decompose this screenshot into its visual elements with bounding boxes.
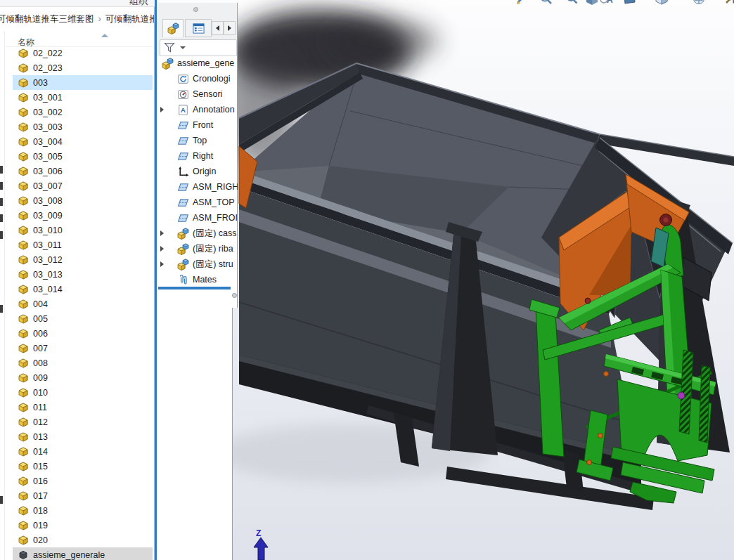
file-name: 03_010 [33,226,63,235]
tree-item-asm-froi[interactable]: ASM_FROI [157,210,238,226]
file-row-017[interactable]: 017 [13,488,153,503]
plane-icon [177,197,189,209]
file-row-03_009[interactable]: 03_009 [13,208,153,223]
file-row-013[interactable]: 013 [13,429,153,444]
file-row-012[interactable]: 012 [13,415,153,429]
tree-item-label: (固定) cass [193,228,237,240]
tree-item-annotation[interactable]: AAnnotation [157,102,238,117]
file-row-03_011[interactable]: 03_011 [13,237,153,252]
file-row-assieme_generale[interactable]: assieme_generale [13,547,153,560]
tree-item-asm-top[interactable]: ASM_TOP [157,195,238,210]
file-row-03_008[interactable]: 03_008 [13,193,153,208]
tree-item-right[interactable]: Right [157,148,238,164]
origin-icon [177,166,189,178]
file-name: 012 [33,417,48,427]
file-row-015[interactable]: 015 [13,459,153,474]
file-row-008[interactable]: 008 [13,356,153,370]
tree-item-asm-righ[interactable]: ASM_RIGH [157,179,238,195]
part-icon [18,313,29,325]
assembly-icon [162,58,174,70]
file-row-03_006[interactable]: 03_006 [13,164,153,178]
part-icon [18,358,29,369]
file-row-03_007[interactable]: 03_007 [13,178,153,193]
part-icon [18,63,29,74]
file-name: 015 [33,462,48,471]
file-name: 03_005 [33,152,63,162]
part-icon [18,520,29,531]
file-name: 014 [33,447,48,457]
part-icon [18,446,29,457]
tree-item-mates[interactable]: Mates [157,272,238,287]
tree-splitter-bar[interactable] [158,287,231,289]
file-row-03_002[interactable]: 03_002 [13,105,153,119]
part-icon [18,166,29,177]
zoom-fit-icon[interactable] [539,0,554,6]
graphics-viewport[interactable]: Z [233,0,734,560]
file-row-03_010[interactable]: 03_010 [13,223,153,237]
tree-item-cronologi[interactable]: Cronologi [157,71,238,86]
file-row-016[interactable]: 016 [13,474,153,488]
file-row-02_023[interactable]: 02_023 [13,60,153,75]
section-view-icon[interactable] [584,0,600,6]
file-row-03_014[interactable]: 03_014 [13,282,153,297]
edit-sketch-icon[interactable] [514,0,529,6]
file-name: 019 [33,521,48,530]
file-row-020[interactable]: 020 [13,533,153,547]
tree-item-label: Top [193,136,207,145]
file-row-005[interactable]: 005 [13,311,153,326]
camera-scene-icon[interactable] [731,0,734,6]
view-orientation-icon[interactable] [654,0,669,6]
tree-item-front[interactable]: Front [157,117,238,133]
expand-arrow-icon[interactable] [160,246,164,252]
tree-item--riba[interactable]: (固定) riba [157,241,238,256]
file-row-03_005[interactable]: 03_005 [13,149,153,164]
file-row-03_004[interactable]: 03_004 [13,134,153,149]
file-row-004[interactable]: 004 [13,297,153,311]
display-style-icon[interactable] [622,0,637,6]
rollback-bar-handle[interactable] [232,293,237,298]
file-row-03_003[interactable]: 03_003 [13,119,153,134]
tree-item-label: ASM_TOP [193,197,235,207]
tree-item--stru[interactable]: (固定) stru [157,256,238,272]
file-row-03_012[interactable]: 03_012 [13,252,153,267]
part-icon [18,505,29,516]
file-row-02_022[interactable]: 02_022 [13,46,153,60]
plane-icon [177,135,189,147]
featuremanager-panel: assieme_geneCronologiSensoriAAnnotationF… [155,0,238,560]
file-row-03_001[interactable]: 03_001 [13,90,153,105]
file-row-014[interactable]: 014 [13,444,153,459]
expand-arrow-icon[interactable] [160,107,164,112]
file-row-010[interactable]: 010 [13,385,153,400]
zoom-area-icon[interactable] [565,0,580,6]
expand-arrow-icon[interactable] [160,230,164,236]
appearance-icon[interactable] [691,0,707,6]
file-name: 03_011 [33,240,62,250]
tree-item-sensori[interactable]: Sensori [157,86,238,102]
file-row-019[interactable]: 019 [13,518,153,533]
navpane-clipped-item [0,214,3,222]
file-name: 010 [33,388,48,398]
file-row-03_013[interactable]: 03_013 [13,267,153,282]
file-name: 004 [33,299,48,309]
file-name: 007 [33,344,48,353]
component-icon [177,259,189,271]
tree-item-top[interactable]: Top [157,133,238,148]
file-name: 03_001 [33,93,63,103]
navpane-clipped-item [0,496,3,504]
tree-item-assieme-gene[interactable]: assieme_gene [157,56,238,71]
part-icon [18,387,29,398]
part-icon [18,122,29,133]
file-name: 03_006 [33,167,63,176]
tree-item--cass[interactable]: (固定) cass [157,226,238,241]
file-row-006[interactable]: 006 [13,326,153,341]
file-name: 018 [33,506,48,516]
file-row-009[interactable]: 009 [13,370,153,385]
file-row-011[interactable]: 011 [13,400,153,415]
navpane-clipped-item [0,305,3,313]
expand-arrow-icon[interactable] [160,261,164,267]
file-row-018[interactable]: 018 [13,503,153,518]
file-row-003[interactable]: 003 [13,75,153,90]
annotations-visibility-icon[interactable]: A [598,0,614,6]
tree-item-origin[interactable]: Origin [157,164,238,179]
file-row-007[interactable]: 007 [13,341,153,356]
